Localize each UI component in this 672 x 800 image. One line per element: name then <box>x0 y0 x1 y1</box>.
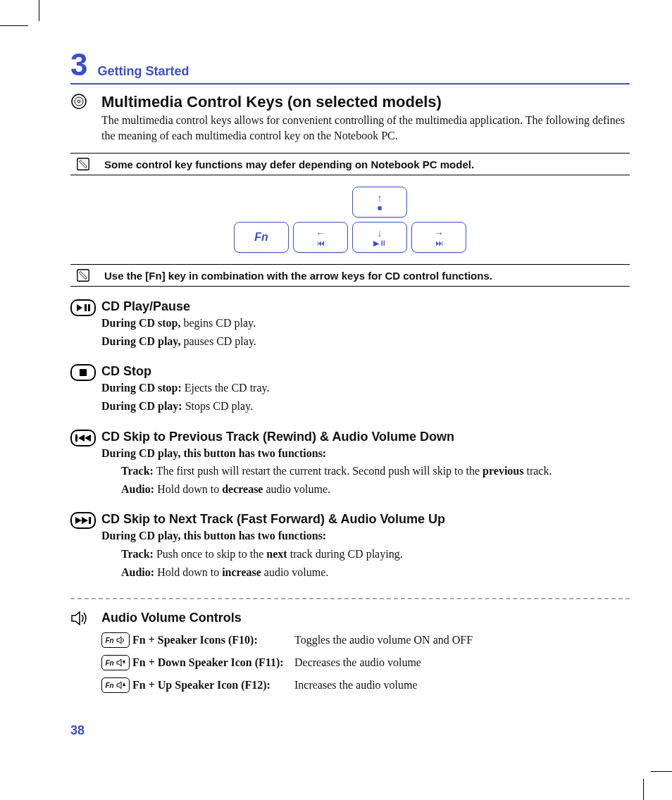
svg-marker-13 <box>82 517 88 524</box>
volume-row-label: Fn + Speaker Icons (F10): <box>132 634 294 646</box>
keyboard-figure: ↑ ■ Fn ← ⏮ ↓ ▶⏸ → ⏭ <box>70 187 630 253</box>
note-icon <box>70 156 96 172</box>
body-line: Audio: Hold down to decrease audio volum… <box>121 482 552 497</box>
divider <box>70 598 630 599</box>
svg-point-2 <box>77 100 80 103</box>
svg-point-1 <box>75 97 83 106</box>
section-stop: CD Stop During CD stop: Ejects the CD tr… <box>70 364 630 416</box>
chapter-number: 3 <box>70 49 87 80</box>
prev-track-icon: ⏮ <box>317 239 325 247</box>
subsection-title: CD Stop <box>101 364 270 379</box>
subsection-title: CD Skip to Previous Track (Rewind) & Aud… <box>101 430 552 444</box>
disc-icon <box>70 93 96 110</box>
note-text: Use the [Fn] key in combination with the… <box>104 270 492 282</box>
section-title: Multimedia Control Keys (on selected mod… <box>101 93 630 111</box>
section-next-track: CD Skip to Next Track (Fast Forward) & A… <box>70 512 630 582</box>
volume-row-label: Fn + Down Speaker Icon (F11): <box>132 656 294 669</box>
subsection-title: CD Play/Pause <box>101 299 256 314</box>
prev-track-icon <box>70 430 96 446</box>
svg-marker-15 <box>72 612 80 625</box>
body-line: During CD play, this button has two func… <box>101 446 552 461</box>
body-line: During CD stop: Ejects the CD tray. <box>101 380 270 396</box>
manual-page: 3 Getting Started Multimedia Control Key… <box>0 0 672 800</box>
crop-mark <box>651 771 672 772</box>
section-prev-track: CD Skip to Previous Track (Rewind) & Aud… <box>70 430 630 500</box>
section-multimedia-keys: Multimedia Control Keys (on selected mod… <box>70 93 630 146</box>
body-line: Audio: Hold down to increase audio volum… <box>121 565 445 580</box>
svg-marker-19 <box>117 682 121 689</box>
body-line: Track: Push once to skip to the next tra… <box>121 546 445 562</box>
svg-rect-7 <box>88 304 90 311</box>
svg-rect-9 <box>75 435 77 442</box>
svg-marker-5 <box>77 304 82 311</box>
note-text: Some control key functions may defer dep… <box>104 158 474 170</box>
body-line: During CD play, this button has two func… <box>101 528 445 544</box>
next-track-icon: ⏭ <box>435 239 443 247</box>
svg-rect-6 <box>85 304 87 311</box>
key-left: ← ⏮ <box>293 222 348 253</box>
note-icon <box>70 268 96 283</box>
svg-marker-20 <box>123 682 125 686</box>
crop-mark <box>643 779 644 800</box>
play-pause-icon <box>70 299 96 316</box>
arrow-left-icon: ← <box>316 228 325 238</box>
play-pause-icon: ▶⏸ <box>373 239 387 247</box>
stop-icon: ■ <box>378 204 382 212</box>
fn-speaker-up-icon: Fn <box>101 677 130 693</box>
arrow-down-icon: ↓ <box>378 228 382 238</box>
subsection-title: Audio Volume Controls <box>101 611 242 625</box>
svg-rect-14 <box>89 517 91 524</box>
key-up: ↑ ■ <box>352 187 407 218</box>
svg-point-0 <box>72 94 86 108</box>
fn-speaker-down-icon: Fn <box>101 655 130 670</box>
section-play-pause: CD Play/Pause During CD stop, begins CD … <box>70 299 630 351</box>
key-fn: Fn <box>234 222 289 253</box>
speaker-icon <box>70 611 96 626</box>
svg-marker-10 <box>78 435 85 442</box>
svg-marker-12 <box>75 517 82 524</box>
body-line: During CD stop, begins CD play. <box>101 315 256 331</box>
svg-rect-4 <box>77 270 89 282</box>
arrow-up-icon: ↑ <box>378 193 382 203</box>
note-bar: Use the [Fn] key in combination with the… <box>70 264 630 287</box>
fn-speaker-toggle-icon: Fn <box>101 632 130 648</box>
subsection-title: CD Skip to Next Track (Fast Forward) & A… <box>101 512 445 527</box>
section-body: The multimedia control keys allows for c… <box>101 113 630 143</box>
volume-row-desc: Toggles the audio volume ON and OFF <box>294 634 630 646</box>
volume-row-desc: Decreases the audio volume <box>294 656 630 669</box>
next-track-icon <box>70 512 96 529</box>
chapter-header: 3 Getting Started <box>70 49 630 85</box>
svg-marker-16 <box>117 637 121 644</box>
arrow-right-icon: → <box>434 228 444 238</box>
note-bar: Some control key functions may defer dep… <box>70 153 630 175</box>
crop-mark <box>39 0 39 21</box>
crop-mark <box>0 25 28 26</box>
svg-marker-18 <box>123 661 125 664</box>
svg-marker-11 <box>85 435 91 442</box>
svg-rect-3 <box>77 158 89 170</box>
key-right: → ⏭ <box>411 222 466 253</box>
svg-marker-17 <box>117 659 121 666</box>
key-down: ↓ ▶⏸ <box>352 222 407 253</box>
volume-table: Fn Fn + Speaker Icons (F10): Toggles the… <box>101 632 630 693</box>
stop-icon <box>70 364 96 381</box>
body-line: During CD play, pauses CD play. <box>101 334 256 349</box>
body-line: Track: The first push will restart the c… <box>121 463 552 479</box>
volume-row-desc: Increases the audio volume <box>294 679 630 692</box>
section-audio-volume: Audio Volume Controls <box>70 611 630 627</box>
svg-rect-8 <box>80 369 87 376</box>
volume-row-label: Fn + Up Speaker Icon (F12): <box>132 679 294 692</box>
body-line: During CD play: Stops CD play. <box>101 399 270 414</box>
page-number: 38 <box>70 723 85 738</box>
fn-label: Fn <box>254 231 268 244</box>
chapter-title: Getting Started <box>97 64 189 82</box>
